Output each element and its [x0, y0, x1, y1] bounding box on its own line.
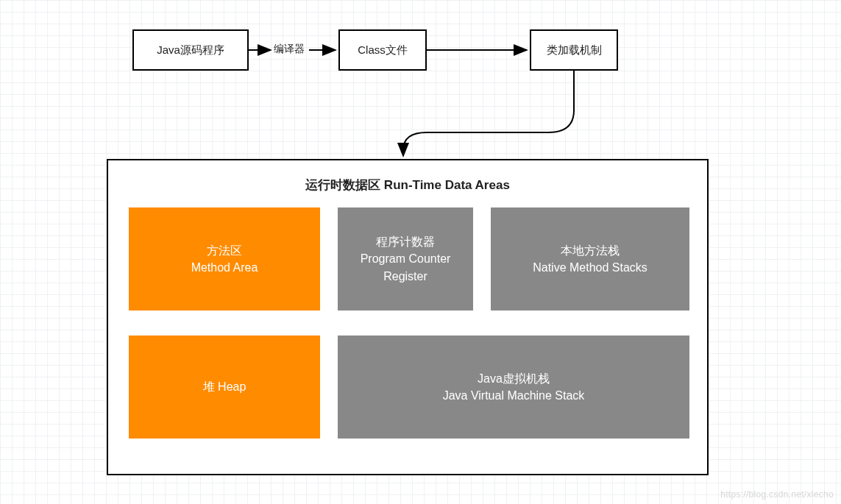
jvm-stack-en: Java Virtual Machine Stack — [443, 387, 585, 404]
class-file-box: Class文件 — [338, 29, 427, 71]
method-area-block: 方法区 Method Area — [129, 207, 320, 310]
runtime-area-container: 运行时数据区 Run-Time Data Areas 方法区 Method Ar… — [107, 159, 709, 475]
pc-register-en1: Program Counter — [361, 250, 451, 267]
heap-label: 堆 Heap — [203, 378, 246, 395]
compiler-edge-label: 编译器 — [274, 43, 305, 56]
heap-block: 堆 Heap — [129, 336, 320, 439]
jvm-stack-block: Java虚拟机栈 Java Virtual Machine Stack — [338, 336, 689, 439]
source-code-label: Java源码程序 — [157, 43, 224, 57]
method-area-en: Method Area — [191, 259, 258, 276]
source-code-box: Java源码程序 — [132, 29, 249, 71]
native-stack-cn: 本地方法栈 — [561, 242, 620, 259]
class-loader-box: 类加载机制 — [530, 29, 618, 71]
pc-register-cn: 程序计数器 — [376, 233, 435, 250]
native-stack-en: Native Method Stacks — [533, 259, 647, 276]
pc-register-block: 程序计数器 Program Counter Register — [338, 207, 473, 310]
runtime-area-title: 运行时数据区 Run-Time Data Areas — [108, 177, 707, 194]
pc-register-en2: Register — [383, 268, 427, 285]
method-area-cn: 方法区 — [207, 242, 242, 259]
class-loader-label: 类加载机制 — [547, 43, 602, 57]
watermark-text: https://blog.csdn.net/xlecho — [720, 489, 834, 500]
class-file-label: Class文件 — [358, 43, 408, 57]
jvm-stack-cn: Java虚拟机栈 — [478, 370, 550, 387]
native-stack-block: 本地方法栈 Native Method Stacks — [491, 207, 689, 310]
